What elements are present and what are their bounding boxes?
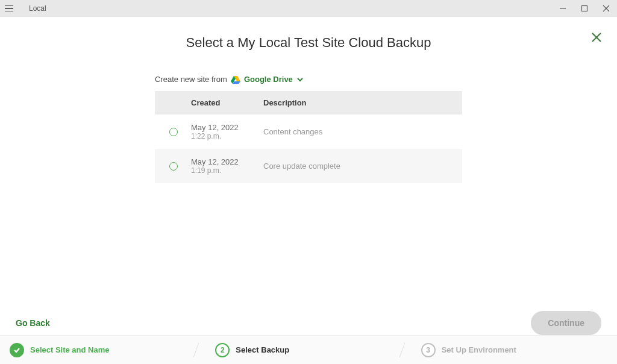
radio-button[interactable] — [169, 162, 178, 171]
table-header: Created Description — [155, 91, 462, 115]
step-number: 2 — [215, 343, 230, 357]
cell-created: May 12, 2022 1:19 p.m. — [191, 157, 263, 175]
chevron-down-icon — [296, 76, 304, 83]
step-setup-environment: 3 Set Up Environment — [412, 343, 617, 357]
step-select-site[interactable]: Select Site and Name — [0, 343, 205, 357]
minimize-button[interactable] — [552, 0, 574, 17]
table-row[interactable]: May 12, 2022 1:19 p.m. Core update compl… — [155, 149, 462, 183]
col-description: Description — [263, 98, 462, 107]
provider-name: Google Drive — [244, 75, 293, 84]
stepper: Select Site and Name 2 Select Backup 3 S… — [0, 335, 617, 364]
titlebar: Local — [0, 0, 617, 17]
hamburger-menu-icon[interactable] — [5, 4, 14, 13]
provider-dropdown[interactable]: Google Drive — [231, 75, 304, 84]
check-icon — [10, 343, 24, 357]
app-name: Local — [29, 4, 46, 13]
cell-description: Content changes — [263, 127, 462, 136]
table-row[interactable]: May 12, 2022 1:22 p.m. Content changes — [155, 115, 462, 149]
cell-created: May 12, 2022 1:22 p.m. — [191, 123, 263, 140]
cell-description: Core update complete — [263, 162, 462, 171]
page-title: Select a My Local Test Site Cloud Backup — [0, 17, 617, 51]
maximize-button[interactable] — [574, 0, 595, 17]
go-back-button[interactable]: Go Back — [16, 318, 50, 328]
google-drive-icon — [231, 75, 240, 84]
step-number: 3 — [421, 343, 436, 357]
continue-button[interactable]: Continue — [531, 311, 601, 335]
footer-nav: Go Back Continue — [0, 311, 617, 335]
close-dialog-button[interactable] — [590, 31, 603, 46]
main-content: Select a My Local Test Site Cloud Backup… — [0, 17, 617, 335]
step-select-backup[interactable]: 2 Select Backup — [205, 343, 411, 357]
source-row: Create new site from Google Drive — [155, 75, 462, 84]
source-prefix: Create new site from — [155, 75, 227, 84]
col-created: Created — [191, 98, 263, 107]
backups-table: Created Description May 12, 2022 1:22 p.… — [155, 91, 462, 183]
svg-rect-1 — [582, 6, 587, 11]
window-controls — [552, 0, 617, 17]
close-window-button[interactable] — [595, 0, 617, 17]
radio-button[interactable] — [169, 128, 178, 136]
